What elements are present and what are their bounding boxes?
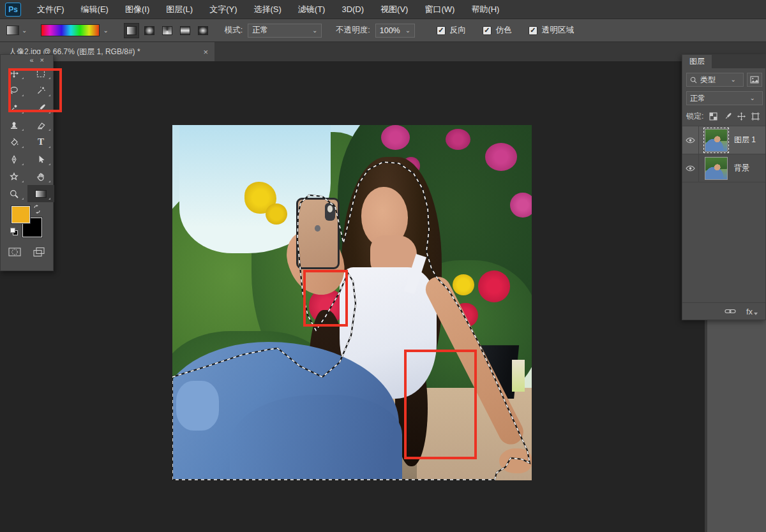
checkbox-checked-icon: ✓	[483, 26, 492, 35]
layers-tab[interactable]: 图层	[682, 55, 712, 68]
toolbar-bottom-buttons	[1, 242, 53, 257]
paint-bucket-tool[interactable]	[1, 133, 27, 151]
menu-view[interactable]: 视图(V)	[372, 0, 416, 19]
link-layers-icon[interactable]	[725, 308, 736, 314]
annotation-box-canvas-lower	[404, 350, 477, 459]
opacity-select[interactable]: 100% ⌄	[375, 24, 415, 38]
layers-panel: 图层 类型 ⌄ 正常 ⌄ 锁定:	[682, 54, 766, 320]
blend-mode-select[interactable]: 正常 ⌄	[248, 24, 322, 38]
menu-type[interactable]: 文字(Y)	[201, 0, 245, 19]
layer-row-layer1[interactable]: 图层 1	[682, 126, 765, 154]
photo-yellow-flowers	[266, 203, 287, 225]
visibility-toggle[interactable]	[682, 126, 699, 154]
type-tool[interactable]: T	[27, 133, 54, 151]
lock-artboard-icon[interactable]	[751, 112, 760, 121]
chevron-down-icon: ⌄	[103, 27, 108, 34]
photo-rose-pink	[446, 129, 470, 150]
menu-help[interactable]: 帮助(H)	[463, 0, 507, 19]
layer-name[interactable]: 图层 1	[734, 135, 756, 145]
layer-thumbnail[interactable]	[705, 157, 728, 180]
document-tab-bar: 人像2.jpg @ 66.7% (图层 1, RGB/8#) * ×	[0, 42, 766, 61]
checkbox-checked-icon: ✓	[529, 26, 537, 35]
menu-select[interactable]: 选择(S)	[245, 0, 289, 19]
menu-edit[interactable]: 编辑(E)	[73, 0, 117, 19]
layer-blend-mode-value: 正常	[690, 93, 747, 104]
menu-file[interactable]: 文件(F)	[29, 0, 73, 19]
fx-label: fx	[746, 307, 753, 316]
photoshop-window: Ps 文件(F) 编辑(E) 图像(I) 图层(L) 文字(Y) 选择(S) 滤…	[0, 0, 766, 532]
layers-panel-tabs: 图层	[682, 55, 765, 68]
diamond-gradient-icon	[198, 26, 208, 35]
custom-shape-tool[interactable]	[1, 168, 27, 185]
angle-gradient-button[interactable]	[160, 23, 175, 38]
reflected-gradient-button[interactable]	[177, 23, 193, 38]
photo-pot-tag	[512, 360, 525, 392]
gradient-tool[interactable]	[27, 185, 54, 202]
options-bar: ⌄ ⌄ 模式: 正常 ⌄ 不透明度: 100% ⌄ ✓ 反向	[0, 19, 766, 42]
layer-list: 图层 1 背景	[682, 126, 765, 182]
quick-mask-mode-button[interactable]	[8, 247, 21, 257]
lock-transparency-icon[interactable]	[709, 112, 717, 121]
menu-3d[interactable]: 3D(D)	[333, 0, 372, 19]
radial-gradient-icon	[144, 26, 154, 35]
foreground-color-swatch[interactable]	[11, 206, 30, 223]
lock-position-icon[interactable]	[737, 112, 746, 121]
tool-preset-picker[interactable]: ⌄	[0, 26, 31, 35]
reverse-checkbox[interactable]: ✓ 反向	[437, 25, 466, 36]
eraser-tool[interactable]	[27, 116, 54, 133]
layer-thumbnail[interactable]	[705, 129, 728, 152]
screen-mode-button[interactable]	[33, 247, 45, 257]
tab-close-icon[interactable]: ×	[203, 47, 208, 57]
dither-label: 仿色	[496, 25, 512, 36]
eye-icon	[686, 165, 695, 172]
clone-stamp-tool[interactable]	[1, 116, 27, 133]
menu-layer[interactable]: 图层(L)	[158, 0, 201, 19]
panel-close-icon[interactable]: ×	[40, 56, 44, 64]
visibility-toggle[interactable]	[682, 154, 699, 182]
linear-gradient-button[interactable]	[124, 23, 139, 38]
fx-triangle-icon	[754, 313, 758, 315]
image-icon	[750, 76, 759, 84]
dither-checkbox[interactable]: ✓ 仿色	[483, 25, 512, 36]
layer-filter-row: 类型 ⌄	[682, 68, 765, 87]
photo-phone-camera	[325, 203, 335, 220]
menu-filter[interactable]: 滤镜(T)	[290, 0, 334, 19]
search-icon	[690, 77, 697, 84]
canvas-photo[interactable]	[172, 125, 532, 480]
pen-tool[interactable]	[1, 151, 27, 168]
photo-phone-lens	[327, 205, 333, 212]
layer-filter-select[interactable]: 类型 ⌄	[686, 73, 744, 87]
chevron-down-icon: ⌄	[22, 27, 27, 34]
photo-jeans-cuff	[176, 381, 220, 431]
photoshop-logo-icon[interactable]: Ps	[5, 3, 21, 17]
path-selection-tool[interactable]	[27, 151, 54, 168]
opacity-value: 100%	[380, 26, 400, 35]
pixel-filter-button[interactable]	[747, 73, 762, 87]
hand-tool[interactable]	[27, 168, 54, 185]
layer-row-background[interactable]: 背景	[682, 154, 765, 182]
menu-window[interactable]: 窗口(W)	[416, 0, 463, 19]
default-colors-icon[interactable]	[10, 228, 19, 237]
menu-bar: Ps 文件(F) 编辑(E) 图像(I) 图层(L) 文字(Y) 选择(S) 滤…	[0, 0, 766, 19]
zoom-tool[interactable]	[1, 185, 27, 202]
opacity-label: 不透明度:	[336, 25, 370, 36]
radial-gradient-button[interactable]	[142, 23, 157, 38]
layer-style-button[interactable]: fx	[746, 307, 758, 316]
diamond-gradient-button[interactable]	[195, 23, 211, 38]
photo-phone-logo	[315, 225, 320, 231]
panel-collapse-icon[interactable]: «	[29, 56, 33, 64]
annotation-box-toolbar	[8, 68, 62, 112]
menu-image[interactable]: 图像(I)	[117, 0, 158, 19]
photo-rose-pink	[510, 193, 532, 218]
photo-rose-pink	[381, 125, 410, 150]
lock-pixels-icon[interactable]	[723, 112, 732, 121]
default-foreground-swatch	[10, 228, 15, 233]
layer-blend-mode-select[interactable]: 正常 ⌄	[686, 91, 763, 105]
gradient-preview-picker[interactable]: ⌄	[31, 24, 112, 36]
transparency-checkbox[interactable]: ✓ 透明区域	[529, 25, 574, 36]
layers-empty-area	[682, 182, 765, 302]
layer-name[interactable]: 背景	[734, 163, 749, 174]
reflected-gradient-icon	[180, 26, 190, 35]
type-tool-glyph: T	[38, 137, 44, 147]
swap-colors-icon[interactable]	[33, 205, 41, 214]
